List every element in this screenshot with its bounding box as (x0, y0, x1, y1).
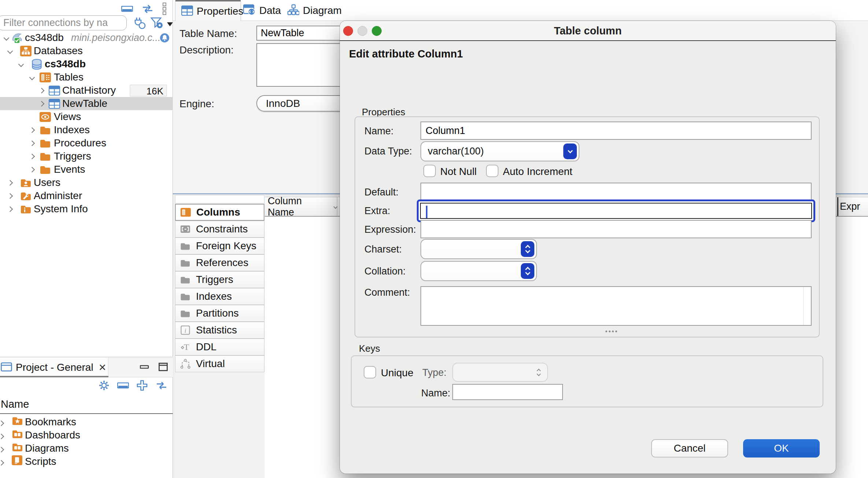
chevron-right-icon[interactable] (5, 191, 15, 201)
tree-item-newtable-selected[interactable]: NewTable (0, 97, 173, 110)
sidetab-ddl[interactable]: T DDL (175, 339, 264, 355)
sidetab-triggers[interactable]: Triggers (175, 271, 264, 288)
chevron-right-icon[interactable] (5, 178, 15, 187)
connection-filter-icon[interactable] (133, 16, 146, 31)
charset-select[interactable] (420, 239, 537, 259)
chevron-down-icon[interactable] (27, 72, 37, 82)
data-type-dropdown-button[interactable] (563, 143, 577, 159)
tables-icon (40, 72, 51, 82)
sidetab-virtual[interactable]: Virtual (175, 355, 264, 372)
settings-gear-icon[interactable] (98, 380, 110, 393)
sidetab-references[interactable]: References (175, 254, 264, 271)
column-options-icon[interactable] (162, 2, 167, 17)
collation-select[interactable] (420, 261, 537, 281)
project-item-bookmarks[interactable]: Bookmarks (0, 415, 173, 429)
tab-properties[interactable]: Properties (175, 0, 241, 21)
chevron-right-icon[interactable] (27, 152, 37, 161)
tree-item-database-cs348db[interactable]: cs348db (0, 57, 173, 71)
data-type-select[interactable]: varchar(100) (420, 141, 579, 161)
columns-icon (179, 208, 192, 217)
project-item-scripts[interactable]: Scripts (0, 455, 173, 468)
dialog-titlebar[interactable]: Table column (340, 21, 836, 41)
header-divider (0, 413, 173, 414)
chevron-right-icon[interactable] (27, 165, 37, 174)
tab-data[interactable]: Data (243, 0, 281, 21)
text-caret (426, 206, 427, 218)
expression-column-header[interactable]: Expr (837, 197, 868, 216)
chevron-down-icon[interactable] (1, 33, 11, 42)
auto-increment-checkbox[interactable] (486, 165, 498, 177)
collation-stepper-button[interactable] (521, 263, 534, 279)
tree-item-tables[interactable]: Tables (0, 71, 173, 84)
tree-item-events[interactable]: Events (0, 163, 173, 176)
tree-item-databases[interactable]: Databases (0, 44, 173, 57)
funnel-filter-icon[interactable] (150, 16, 163, 31)
maximize-panel-icon[interactable] (159, 363, 168, 373)
project-item-dashboards[interactable]: Dashboards (0, 429, 173, 442)
tree-item-procedures[interactable]: Procedures (0, 137, 173, 150)
keys-group-label: Keys (359, 343, 380, 354)
name-label: Name: (364, 126, 394, 137)
close-window-button[interactable] (343, 26, 353, 36)
not-null-checkbox[interactable] (423, 165, 436, 177)
chevron-down-icon[interactable] (334, 205, 337, 208)
minimize-window-button[interactable] (357, 26, 367, 36)
chevron-right-icon[interactable] (0, 416, 3, 428)
sidetab-constraints[interactable]: Constraints (175, 221, 264, 238)
close-tab-icon[interactable]: ✕ (99, 362, 107, 373)
project-item-diagrams[interactable]: Diagrams (0, 442, 173, 455)
chevron-right-icon[interactable] (27, 125, 37, 135)
chevron-right-icon[interactable] (5, 204, 15, 214)
zoom-window-button[interactable] (372, 26, 382, 36)
tree-item-administer[interactable]: Administer (0, 189, 173, 202)
name-column-header: Name (1, 398, 29, 410)
resize-handle-dots[interactable] (605, 331, 607, 332)
tree-item-system-info[interactable]: System Info (0, 202, 173, 216)
sync-connections-icon[interactable] (141, 3, 154, 16)
column-name-input[interactable] (420, 122, 812, 140)
charset-label: Charset: (364, 244, 402, 255)
chevron-down-icon[interactable] (16, 59, 26, 69)
key-name-input[interactable] (452, 384, 563, 400)
unique-checkbox[interactable] (364, 366, 376, 378)
chevron-right-icon[interactable] (27, 138, 37, 148)
properties-table-icon (181, 5, 193, 17)
collapse-all-icon[interactable] (117, 382, 129, 390)
sidetab-foreign-keys[interactable]: Foreign Keys (175, 238, 264, 254)
tree-item-users[interactable]: Users (0, 176, 173, 189)
default-input[interactable] (420, 183, 812, 201)
sidetab-statistics[interactable]: i Statistics (175, 322, 264, 339)
minimize-panel-icon[interactable] (140, 364, 149, 371)
sidetab-partitions[interactable]: Partitions (175, 305, 264, 322)
tree-item-indexes[interactable]: Indexes (0, 123, 173, 137)
comment-textarea[interactable] (420, 286, 812, 326)
sidetab-indexes[interactable]: Indexes (175, 288, 264, 305)
tab-diagram[interactable]: Diagram (287, 0, 342, 21)
tab-project-general[interactable]: Project - General ✕ (0, 358, 108, 377)
extra-input-focused[interactable] (417, 199, 815, 222)
cancel-button[interactable]: Cancel (651, 439, 728, 458)
chevron-right-icon[interactable] (37, 86, 46, 95)
ok-button[interactable]: OK (743, 439, 820, 458)
tree-item-connection[interactable]: cs348db mini.peisongxiao.c... (0, 31, 173, 44)
collapse-panel-icon[interactable] (121, 6, 133, 14)
chevron-right-icon[interactable] (0, 442, 3, 454)
expression-input[interactable] (420, 220, 812, 238)
charset-stepper-button[interactable] (521, 241, 534, 257)
tree-item-triggers[interactable]: Triggers (0, 150, 173, 163)
project-panel-tabbar: Project - General ✕ (0, 358, 173, 377)
table-column-dialog: Table column Edit attribute Column1 Prop… (340, 21, 836, 474)
chevron-right-icon[interactable] (0, 456, 3, 467)
sidetab-columns[interactable]: Columns (175, 204, 264, 221)
filter-dropdown-caret[interactable] (167, 22, 173, 26)
refresh-icon[interactable] (155, 380, 168, 392)
filter-connections-input[interactable] (0, 15, 127, 30)
tree-item-views[interactable]: Views (0, 110, 173, 123)
chevron-right-icon[interactable] (0, 429, 3, 441)
chevron-right-icon[interactable] (37, 99, 46, 108)
chevron-down-icon[interactable] (5, 46, 15, 56)
tree-item-chathistory[interactable]: ChatHistory 16K (0, 84, 173, 97)
add-item-icon[interactable] (136, 380, 148, 393)
column-name-header[interactable]: Column Name (265, 197, 337, 216)
table-icon (49, 86, 60, 96)
